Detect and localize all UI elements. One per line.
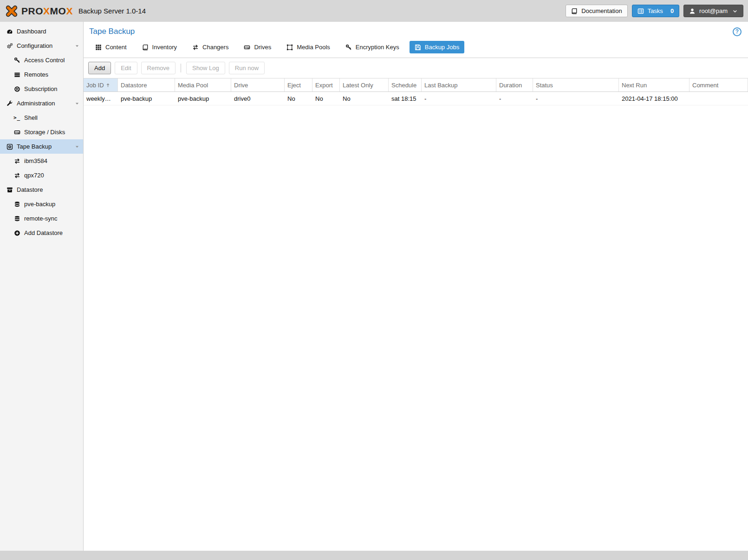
column-header-schedule[interactable]: Schedule xyxy=(389,78,422,91)
show-log-button[interactable]: Show Log xyxy=(186,62,225,74)
sidebar-item-storage-disks[interactable]: Storage / Disks xyxy=(0,125,83,139)
tab-changers[interactable]: Changers xyxy=(187,41,234,53)
gauge-icon xyxy=(6,28,13,35)
tab-inventory[interactable]: Inventory xyxy=(137,41,182,53)
column-header-drive[interactable]: Drive xyxy=(231,78,285,91)
sidebar-item-label: Shell xyxy=(24,114,38,121)
sidebar-item-qpx720[interactable]: qpx720 xyxy=(0,168,83,182)
column-header-datastore[interactable]: Datastore xyxy=(118,78,175,91)
top-header: PROXMOX Backup Server 1.0-14 Documentati… xyxy=(0,0,748,22)
cell-schedule: sat 18:15 xyxy=(389,92,422,105)
sidebar-item-label: ibm3584 xyxy=(24,157,47,164)
column-header-comment[interactable]: Comment xyxy=(689,78,748,91)
grid-empty-area xyxy=(84,105,748,551)
help-icon[interactable]: ? xyxy=(733,27,741,36)
edit-button[interactable]: Edit xyxy=(115,62,137,74)
cell-drive: drive0 xyxy=(231,92,285,105)
toolbar: Add Edit Remove Show Log Run now xyxy=(84,58,748,78)
tab-backup-jobs[interactable]: Backup Jobs xyxy=(410,41,464,53)
tasks-button[interactable]: Tasks 0 xyxy=(632,5,679,17)
add-button[interactable]: Add xyxy=(88,62,111,74)
column-label: Export xyxy=(315,82,333,89)
proxmox-logo: PROXMOX xyxy=(5,4,73,18)
sidebar-item-datastore[interactable]: Datastore xyxy=(0,182,83,197)
plus-circle-icon xyxy=(13,230,21,236)
sidebar-item-pve-backup[interactable]: pve-backup xyxy=(0,197,83,211)
cell-latest-only: No xyxy=(340,92,389,105)
user-label: root@pam xyxy=(699,7,728,14)
tab-drives[interactable]: Drives xyxy=(239,41,276,53)
grid-icon xyxy=(95,44,102,51)
column-label: Job ID xyxy=(86,82,104,89)
table-row[interactable]: weekly…pve-backuppve-backupdrive0NoNoNos… xyxy=(84,92,748,105)
run-now-button[interactable]: Run now xyxy=(229,62,265,74)
tab-media-pools[interactable]: Media Pools xyxy=(281,41,335,53)
key-icon xyxy=(13,57,21,64)
column-header-last-backup[interactable]: Last Backup xyxy=(422,78,496,91)
sidebar-item-administration[interactable]: Administration xyxy=(0,96,83,111)
column-header-media-pool[interactable]: Media Pool xyxy=(175,78,231,91)
sidebar-item-remotes[interactable]: Remotes xyxy=(0,67,83,82)
tab-label: Changers xyxy=(202,44,228,51)
column-header-duration[interactable]: Duration xyxy=(496,78,533,91)
sidebar-item-configuration[interactable]: Configuration xyxy=(0,39,83,53)
wrench-icon xyxy=(6,100,13,107)
documentation-button[interactable]: Documentation xyxy=(566,5,627,17)
tab-content[interactable]: Content xyxy=(90,41,132,53)
chevron-down-icon[interactable] xyxy=(75,144,79,149)
user-icon xyxy=(689,8,696,14)
column-label: Last Backup xyxy=(424,82,458,89)
column-header-status[interactable]: Status xyxy=(533,78,619,91)
sidebar-item-dashboard[interactable]: Dashboard xyxy=(0,24,83,39)
sidebar-item-tape-backup[interactable]: Tape Backup xyxy=(0,139,83,154)
cell-next-run: 2021-04-17 18:15:00 xyxy=(619,92,689,105)
column-header-job-id[interactable]: Job ID xyxy=(84,78,118,91)
column-label: Comment xyxy=(692,82,718,89)
remove-button[interactable]: Remove xyxy=(141,62,176,74)
sidebar-item-label: Subscription xyxy=(24,85,58,92)
column-label: Media Pool xyxy=(178,82,208,89)
column-header-export[interactable]: Export xyxy=(312,78,340,91)
tape-icon xyxy=(6,143,13,150)
chevron-down-icon[interactable] xyxy=(75,101,79,106)
object-group-icon xyxy=(286,44,293,51)
app-title: Backup Server 1.0-14 xyxy=(78,7,146,15)
user-menu-button[interactable]: root@pam xyxy=(683,5,743,17)
page-title: Tape Backup xyxy=(89,27,135,36)
sidebar-item-ibm3584[interactable]: ibm3584 xyxy=(0,154,83,168)
cell-datastore: pve-backup xyxy=(118,92,175,105)
chevron-down-icon[interactable] xyxy=(75,44,79,48)
sidebar-item-access-control[interactable]: Access Control xyxy=(0,53,83,67)
cell-status: - xyxy=(533,92,619,105)
exchange-icon xyxy=(13,158,21,164)
cell-comment xyxy=(689,92,748,105)
database-icon xyxy=(13,215,21,222)
hdd-icon xyxy=(244,44,250,51)
terminal-icon: >_ xyxy=(13,115,21,121)
tab-bar: ContentInventoryChangersDrivesMedia Pool… xyxy=(84,38,748,58)
tab-encryption-keys[interactable]: Encryption Keys xyxy=(340,41,404,53)
documentation-label: Documentation xyxy=(581,7,622,14)
cell-export: No xyxy=(312,92,340,105)
sidebar-item-remote-sync[interactable]: remote-sync xyxy=(0,211,83,226)
column-header-next-run[interactable]: Next Run xyxy=(619,78,689,91)
tab-label: Content xyxy=(105,44,127,51)
sidebar-item-label: Administration xyxy=(17,100,55,107)
column-header-eject[interactable]: Eject xyxy=(285,78,312,91)
grid-body: weekly…pve-backuppve-backupdrive0NoNoNos… xyxy=(84,92,748,105)
cell-duration: - xyxy=(496,92,533,105)
sidebar-item-add-datastore[interactable]: Add Datastore xyxy=(0,226,83,240)
column-header-latest-only[interactable]: Latest Only xyxy=(340,78,389,91)
sidebar-item-shell[interactable]: >_Shell xyxy=(0,111,83,125)
app-window: PROXMOX Backup Server 1.0-14 Documentati… xyxy=(0,0,748,560)
key-icon xyxy=(345,44,352,51)
tasks-icon xyxy=(637,8,644,14)
cell-eject: No xyxy=(285,92,312,105)
cell-media-pool: pve-backup xyxy=(175,92,231,105)
sidebar-item-label: Configuration xyxy=(17,42,52,49)
sort-asc-icon xyxy=(105,83,111,88)
sidebar-item-subscription[interactable]: Subscription xyxy=(0,82,83,96)
column-label: Duration xyxy=(499,82,522,89)
sidebar-item-label: remote-sync xyxy=(24,215,58,222)
tab-label: Drives xyxy=(254,44,271,51)
